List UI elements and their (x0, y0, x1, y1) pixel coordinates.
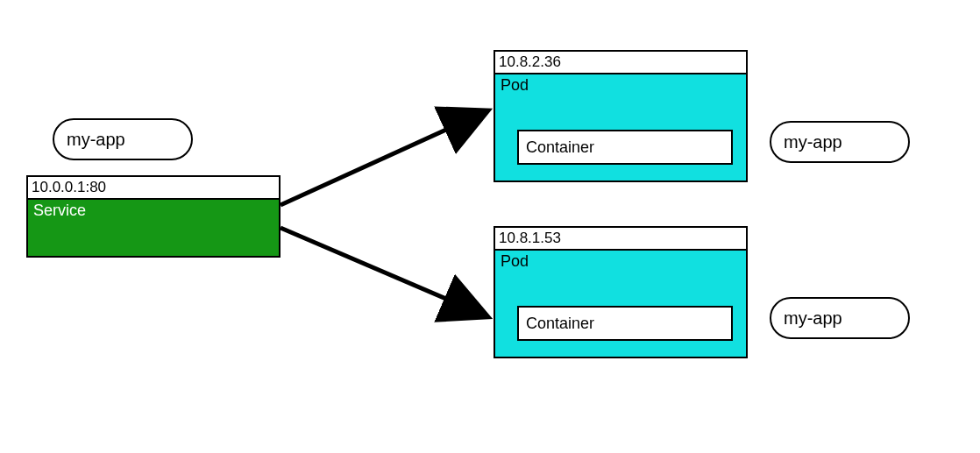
service-label-pill: my-app (53, 118, 193, 160)
pod1-ip-text: 10.8.2.36 (499, 53, 561, 71)
svg-line-0 (281, 112, 485, 205)
service-body: Service (26, 198, 281, 258)
service-label-text: my-app (67, 130, 125, 150)
pod2-app-pill: my-app (770, 297, 910, 339)
pod2-ip-text: 10.8.1.53 (499, 230, 561, 247)
pod1-ip-box: 10.8.2.36 (494, 50, 748, 74)
pod2-container-label: Container (526, 315, 594, 333)
pod1-app-pill-text: my-app (784, 132, 842, 152)
service-ip-text: 10.0.0.1:80 (32, 179, 106, 196)
pod1-container-label: Container (526, 138, 594, 157)
pod2-container-box: Container (517, 306, 733, 341)
pod1-title: Pod (501, 76, 529, 94)
pod2-ip-box: 10.8.1.53 (494, 226, 748, 251)
pod2-body: Pod (494, 249, 748, 358)
service-ip-box: 10.0.0.1:80 (26, 175, 281, 200)
pod2-title: Pod (501, 252, 529, 270)
pod1-app-pill: my-app (770, 121, 910, 163)
service-title: Service (33, 202, 86, 219)
pod1-container-box: Container (517, 130, 733, 165)
pod2-app-pill-text: my-app (784, 308, 842, 329)
diagram-canvas: my-app 10.0.0.1:80 Service 10.8.2.36 Pod… (0, 0, 980, 453)
pod1-body: Pod (494, 73, 748, 182)
svg-line-1 (281, 228, 485, 315)
